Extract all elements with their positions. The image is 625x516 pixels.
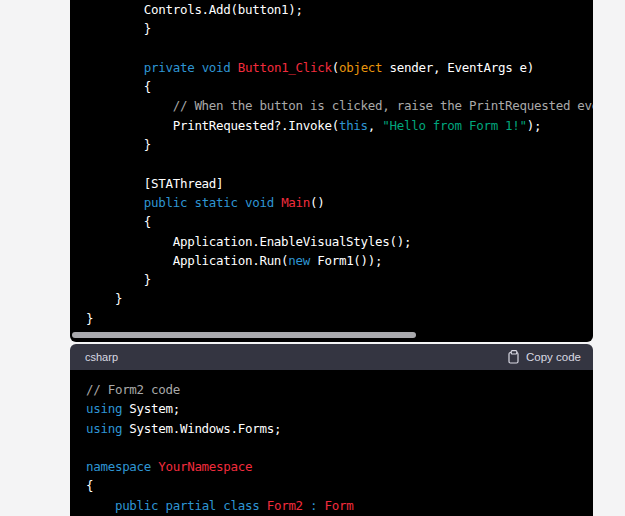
code-language-label: csharp — [85, 351, 118, 363]
code-line — [86, 154, 577, 173]
code-line: } — [86, 270, 577, 289]
code-line: private void Button1_Click(object sender… — [86, 58, 577, 77]
code-line: Application.Run(new Form1()); — [86, 251, 577, 270]
code-line: Application.EnableVisualStyles(); — [86, 232, 577, 251]
form1-code: Controls.Add(button1); } private void Bu… — [70, 0, 593, 328]
code-line: { — [86, 476, 577, 495]
code-line: public static void Main() — [86, 193, 577, 212]
clipboard-icon — [508, 350, 520, 364]
copy-code-button[interactable]: Copy code — [508, 350, 581, 364]
form2-code: // Form2 codeusing System;using System.W… — [86, 380, 577, 515]
code-line: } — [86, 289, 577, 308]
code-line: // Form2 code — [86, 380, 577, 399]
code-line: { — [86, 212, 577, 231]
code-line: } — [86, 135, 577, 154]
code-line: { — [86, 77, 577, 96]
code-line: [STAThread] — [86, 174, 577, 193]
code-line: // When the button is clicked, raise the… — [86, 96, 577, 115]
code-line: using System; — [86, 399, 577, 418]
code-block-form1[interactable]: Controls.Add(button1); } private void Bu… — [70, 0, 593, 342]
code-line — [86, 39, 577, 58]
code-block-header: csharp Copy code — [70, 344, 593, 370]
code-line: public partial class Form2 : Form — [86, 496, 577, 515]
code-line: namespace YourNamespace — [86, 457, 577, 476]
code-line: } — [86, 309, 577, 328]
horizontal-scrollbar-thumb[interactable] — [72, 332, 416, 338]
code-blocks-stack: Controls.Add(button1); } private void Bu… — [70, 0, 593, 516]
code-line: Controls.Add(button1); — [86, 0, 577, 19]
code-line: } — [86, 19, 577, 38]
copy-code-label: Copy code — [526, 351, 581, 363]
code-line: PrintRequested?.Invoke(this, "Hello from… — [86, 116, 577, 135]
code-line: using System.Windows.Forms; — [86, 419, 577, 438]
code-block-form2[interactable]: // Form2 codeusing System;using System.W… — [70, 370, 593, 516]
code-line — [86, 438, 577, 457]
